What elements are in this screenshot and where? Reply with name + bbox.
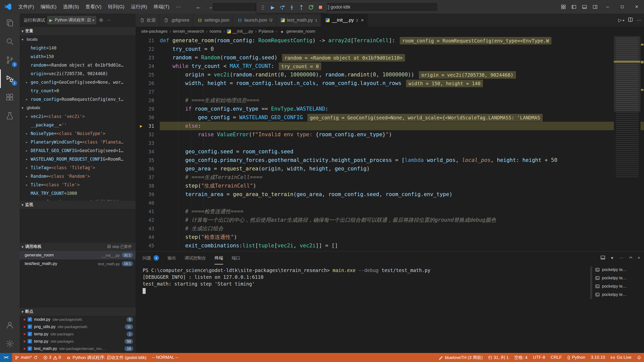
variable-scope[interactable]: ▾globals — [20, 104, 136, 112]
variable-row[interactable]: ▸PlanetaryWindConfig = <class 'Planeta… — [20, 138, 136, 146]
back-icon[interactable]: ← — [195, 3, 202, 10]
menu-item[interactable]: 编辑(E) — [37, 3, 60, 11]
status-eol[interactable]: CRLF — [548, 353, 565, 362]
code-line[interactable]: 44 step("检查连通性") — [136, 233, 644, 241]
minimap[interactable] — [614, 36, 640, 251]
menu-item[interactable]: 选择(S) — [60, 3, 82, 11]
stack-frame-row[interactable]: test/test_math.pytest_math.py16:1 — [20, 259, 136, 268]
window-close-button[interactable]: × — [629, 0, 644, 14]
code-line[interactable]: 30 geo_config = WASTELAND_GEO_CONFIGgeo_… — [136, 113, 644, 122]
status-go-live[interactable]: Go Live — [608, 353, 634, 362]
activity-explorer[interactable] — [0, 14, 20, 32]
layout-left-button[interactable] — [569, 0, 579, 14]
code-line[interactable]: 41 # ====检查连通性==== — [136, 207, 644, 216]
terminal-instance[interactable]: pocketpy te… — [593, 282, 642, 290]
status-encoding[interactable]: UTF-8 — [530, 353, 548, 362]
code-line[interactable]: 39 terrain_area = geo_area_to_terrain(ge… — [136, 190, 644, 199]
variable-scope[interactable]: ▾locals — [20, 35, 136, 44]
variable-row[interactable]: ▸DEFAULT_GEO_CONFIG = GeoConfig(seed=1… — [20, 146, 136, 155]
checkbox-checked[interactable]: ✓ — [28, 317, 32, 322]
breakpoint-row[interactable]: ●✓png_utils.pysite-packages\wfc11 — [20, 323, 136, 330]
variable-row[interactable]: stop = <function stop at 0x1bf8d716d… — [20, 198, 136, 200]
code-line[interactable]: 33 — [136, 139, 644, 147]
menu-item[interactable]: ··· — [173, 3, 184, 11]
code-line[interactable]: 36 geo_area = request_area(origin, width… — [136, 164, 644, 173]
close-panel-icon[interactable]: × — [638, 256, 640, 260]
breadcrumb-item[interactable]: terrain_research — [173, 29, 204, 34]
variable-row[interactable]: width = 150 — [20, 52, 136, 61]
split-editor-button[interactable] — [628, 17, 633, 23]
maximize-panel-icon[interactable] — [628, 255, 633, 261]
debug-stop-button[interactable] — [316, 3, 325, 12]
variable-row[interactable]: ▸Random = <class 'Random'> — [20, 172, 136, 180]
checkbox-checked[interactable]: ✓ — [28, 339, 32, 343]
code-line[interactable]: 35 geo_config.primary_forces.geothermal_… — [136, 156, 644, 164]
window-maximize-button[interactable] — [615, 0, 629, 14]
code-line[interactable]: 29 if room_config.env_type == EnvType.WA… — [136, 105, 644, 113]
terminal-instance[interactable]: pocketpy te… — [593, 265, 642, 274]
activity-extensions[interactable] — [0, 88, 20, 107]
panel-tab-端口[interactable]: 端口 — [232, 251, 240, 264]
menu-item[interactable]: 转到(G) — [105, 3, 128, 11]
debug-restart-button[interactable] — [307, 3, 315, 12]
variable-row[interactable]: try_count = 0 — [20, 86, 136, 95]
panel-tab-终端[interactable]: 终端 — [215, 251, 223, 264]
grid-button[interactable] — [558, 0, 569, 14]
code-line[interactable]: 32 raise ValueError(f"Invalid env type: … — [136, 130, 644, 139]
panel-tab-问题[interactable]: 问题3 — [143, 251, 159, 264]
layout-right-button[interactable] — [590, 0, 600, 14]
variable-row[interactable]: ▸TileTag = <class 'TileTag'> — [20, 163, 136, 172]
tab-test_math.py[interactable]: test_math.py1 — [276, 14, 321, 27]
tab-.gdignore[interactable]: .gdignore — [159, 14, 193, 27]
chevron-down-icon[interactable]: ▾ — [610, 256, 615, 260]
terminal-instance[interactable]: pocketpy te… — [593, 274, 642, 282]
code-line[interactable]: 23 random = Random(room_config.seed)rand… — [136, 53, 644, 62]
layout-panel-button[interactable] — [579, 0, 590, 14]
tab-settings.json[interactable]: {}settings.json — [193, 14, 233, 27]
activity-accounts[interactable] — [0, 316, 20, 334]
terminal[interactable]: PS C:\computer_science\godot-ldtk\site-p… — [143, 267, 591, 353]
code-editor[interactable]: 21def generate_room(room_config: RoomReq… — [136, 36, 644, 251]
status-debug-status[interactable]: Python 调试程序: 启动文件 (godot-ldtk) — [64, 353, 149, 362]
window-minimize-button[interactable] — [600, 0, 615, 14]
variable-row[interactable]: MAX_TRY_COUNT = 1000 — [20, 189, 136, 198]
menu-item[interactable]: 终端(T) — [150, 3, 173, 11]
code-line[interactable]: 26 width, height = room_config.layout.n_… — [136, 79, 644, 87]
variable-row[interactable]: height = 140 — [20, 44, 136, 52]
activity-run-debug[interactable]: 1 — [0, 69, 20, 88]
code-line[interactable]: 43 # 生成出口组合 — [136, 224, 644, 233]
stack-frame-row[interactable]: generate_room__init__.py31:1 — [20, 251, 136, 259]
variable-row[interactable]: random = <Random object at 0x1bf9d01e… — [20, 61, 136, 69]
terminal-scrollbar[interactable] — [590, 266, 592, 299]
code-line[interactable]: ▶31 else: — [136, 122, 644, 130]
code-line[interactable]: 22 try_count = 0 — [136, 45, 644, 53]
checkbox-checked[interactable]: ✓ — [28, 346, 32, 351]
code-line[interactable]: 25 origin = vec2i(random.randint(0, 1000… — [136, 70, 644, 79]
code-line[interactable]: 45 exit_combinations:list[tuple[vec2i, v… — [136, 241, 644, 250]
close-icon[interactable]: × — [361, 17, 364, 23]
status-problems[interactable]: 30 — [41, 353, 64, 362]
status-indentation[interactable]: 空格: 4 — [511, 353, 530, 362]
debug-step-over-button[interactable] — [278, 3, 287, 12]
variable-row[interactable]: origin = vec2i(7205730, 9024468) — [20, 69, 136, 78]
activity-testing[interactable] — [0, 107, 20, 125]
breakpoint-row[interactable]: ●✓temp.pysite-packages1 — [20, 330, 136, 338]
variable-row[interactable]: ▸WASTELAND_ROOM_REQUEST_CONFIG = RoomR… — [20, 155, 136, 163]
status-notifications-bell[interactable] — [634, 353, 644, 362]
debug-step-into-button[interactable] — [288, 3, 296, 12]
status-remote-indicator[interactable]: >< — [0, 353, 12, 362]
breakpoint-row[interactable]: ●✓model.pysite-packages\wfc6 — [20, 316, 136, 323]
variable-row[interactable]: ▸geo_config = GeoConfig(seed=None, wor… — [20, 78, 136, 86]
editor-more-button[interactable]: ··· — [636, 18, 641, 23]
code-line[interactable]: 37 # ====生成TerrainCell==== — [136, 173, 644, 182]
panel-tab-调试控制台[interactable]: 调试控制台 — [185, 251, 206, 264]
more-actions-icon[interactable]: ··· — [106, 17, 111, 23]
debug-continue-button[interactable]: ▶ — [268, 3, 277, 12]
breadcrumb-item[interactable]: ◆generate_room — [279, 29, 315, 34]
variable-row[interactable]: ▸vec2i = <class 'vec2i'> — [20, 112, 136, 121]
terminal-instance[interactable]: pocketpy te… — [593, 290, 642, 299]
status-git-branch[interactable]: main* — [12, 353, 41, 362]
panel-layout-button[interactable] — [600, 255, 605, 261]
overview-ruler[interactable] — [640, 36, 644, 251]
run-file-button[interactable]: ▷▾ — [618, 18, 624, 23]
